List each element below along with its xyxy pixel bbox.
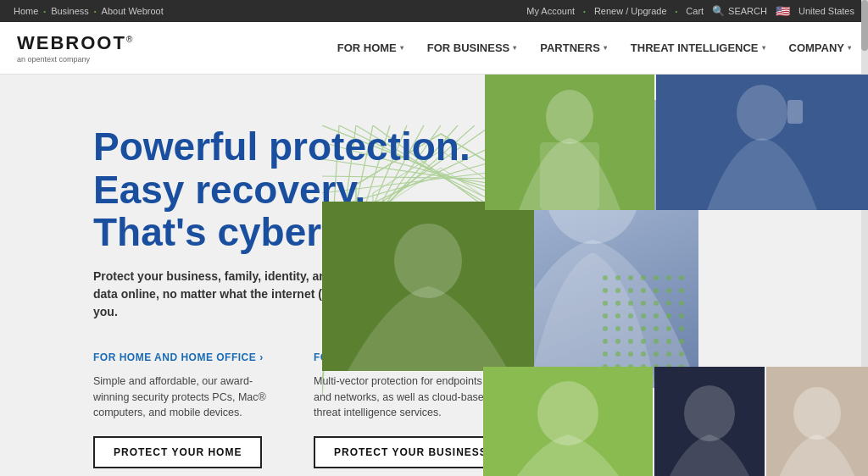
dot-separator2: • (94, 8, 97, 15)
cta-home-arrow: › (259, 351, 264, 363)
svg-point-51 (628, 313, 633, 318)
nav-for-home[interactable]: FOR HOME ▾ (337, 42, 403, 54)
svg-rect-24 (540, 142, 599, 210)
svg-point-52 (641, 313, 646, 318)
threat-intel-arrow: ▾ (762, 44, 765, 52)
top-images (485, 75, 868, 210)
cart-link[interactable]: Cart (686, 6, 704, 16)
cta-home-link[interactable]: FOR HOME AND HOME OFFICE › (93, 351, 280, 363)
search-label[interactable]: SEARCH (728, 6, 767, 16)
svg-point-32 (654, 275, 659, 280)
protect-business-button[interactable]: PROTECT YOUR BUSINESS (314, 436, 508, 468)
svg-point-50 (615, 313, 620, 318)
search-icon: 🔍 (712, 5, 725, 17)
cta-card-home: FOR HOME AND HOME OFFICE › Simple and af… (93, 351, 280, 468)
svg-point-40 (666, 288, 671, 293)
protect-home-button[interactable]: PROTECT YOUR HOME (93, 436, 262, 468)
svg-point-69 (679, 339, 684, 344)
my-account-link[interactable]: My Account (526, 6, 575, 16)
svg-point-59 (641, 326, 646, 331)
nav-company[interactable]: COMPANY ▾ (789, 42, 851, 54)
logo-sub: an opentext company (17, 55, 134, 64)
nav-home-link[interactable]: Home (14, 6, 38, 16)
svg-point-73 (641, 351, 646, 357)
svg-point-47 (666, 301, 671, 306)
svg-point-25 (737, 85, 787, 141)
svg-point-28 (603, 275, 608, 280)
main-nav: WEBROOT® an opentext company FOR HOME ▾ … (0, 22, 868, 75)
nav-about-link[interactable]: About Webroot (102, 6, 164, 16)
svg-point-54 (666, 313, 671, 318)
svg-point-30 (628, 275, 633, 280)
for-business-arrow: ▾ (513, 44, 516, 52)
svg-point-43 (615, 301, 620, 306)
svg-point-34 (679, 275, 684, 280)
nav-links: FOR HOME ▾ FOR BUSINESS ▾ PARTNERS ▾ THR… (337, 42, 851, 54)
svg-point-64 (615, 339, 620, 344)
dot-sep3: • (583, 8, 586, 15)
cta-business-description: Multi-vector protection for endpoints an… (314, 374, 500, 421)
svg-point-74 (654, 351, 659, 357)
svg-point-62 (679, 326, 684, 331)
svg-point-37 (628, 288, 633, 293)
svg-point-75 (666, 351, 671, 357)
svg-point-31 (641, 275, 646, 280)
scrollbar-thumb[interactable] (861, 0, 868, 51)
svg-point-68 (666, 339, 671, 344)
svg-point-61 (666, 326, 671, 331)
cta-home-description: Simple and affordable, our award-winning… (93, 374, 280, 421)
svg-point-71 (615, 351, 620, 357)
top-bar: Home • Business • About Webroot My Accou… (0, 0, 868, 22)
svg-point-38 (641, 288, 646, 293)
company-arrow: ▾ (848, 44, 851, 52)
svg-point-42 (603, 301, 608, 306)
bot-img-blonde-woman (766, 367, 868, 476)
nav-partners[interactable]: PARTNERS ▾ (540, 42, 607, 54)
svg-point-55 (679, 313, 684, 318)
svg-point-57 (615, 326, 620, 331)
svg-point-36 (615, 288, 620, 293)
svg-point-41 (679, 288, 684, 293)
bottom-images (483, 367, 868, 476)
svg-point-56 (603, 326, 608, 331)
bot-img-smiling-woman (483, 367, 653, 476)
flag-icon: 🇺🇸 (776, 4, 790, 18)
for-home-arrow: ▾ (400, 44, 403, 52)
nav-business-link[interactable]: Business (51, 6, 89, 16)
search-area[interactable]: 🔍 SEARCH (712, 5, 767, 17)
dot-sep4: • (676, 8, 678, 15)
svg-point-65 (628, 339, 633, 344)
hero-title-line1: Powerful protection. (93, 125, 470, 169)
bot-img-dark-man (654, 367, 765, 476)
nav-for-business[interactable]: FOR BUSINESS ▾ (427, 42, 517, 54)
svg-point-67 (654, 339, 659, 344)
top-bar-right: My Account • Renew / Upgrade • Cart 🔍 SE… (526, 4, 854, 18)
svg-point-66 (641, 339, 646, 344)
logo-text: WEBROOT® (17, 32, 134, 54)
logo-area[interactable]: WEBROOT® an opentext company (17, 32, 134, 64)
svg-point-44 (628, 301, 633, 306)
nav-threat-intelligence[interactable]: THREAT INTELLIGENCE ▾ (631, 42, 765, 54)
svg-point-94 (793, 387, 841, 440)
svg-point-72 (628, 351, 633, 357)
svg-point-70 (603, 351, 608, 357)
svg-point-76 (679, 351, 684, 357)
svg-point-23 (546, 90, 593, 144)
svg-point-29 (615, 275, 620, 280)
svg-point-33 (666, 275, 671, 280)
renew-link[interactable]: Renew / Upgrade (594, 6, 667, 16)
svg-point-39 (654, 288, 659, 293)
svg-point-49 (603, 313, 608, 318)
hero-section: Powerful protection. Easy recovery. That… (0, 75, 868, 476)
top-img-business-man (485, 75, 654, 210)
svg-point-48 (679, 301, 684, 306)
svg-rect-26 (787, 100, 803, 124)
svg-point-58 (628, 326, 633, 331)
svg-point-53 (654, 313, 659, 318)
svg-point-45 (641, 301, 646, 306)
svg-point-46 (654, 301, 659, 306)
top-bar-left: Home • Business • About Webroot (14, 6, 164, 16)
partners-arrow: ▾ (604, 44, 607, 52)
svg-point-60 (654, 326, 659, 331)
dot-separator: • (43, 8, 46, 15)
